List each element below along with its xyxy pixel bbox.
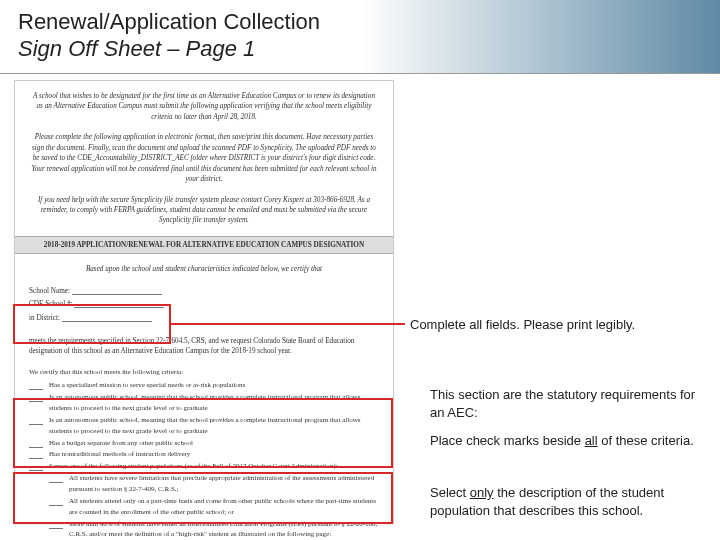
criteria-item: Has a budget separate from any other pub… <box>49 438 193 449</box>
annotation-complete-fields: Complete all fields. Please print legibl… <box>410 316 710 334</box>
annotation-select: Select only the description of the stude… <box>430 484 705 519</box>
blank-line <box>62 315 152 322</box>
field-label: in District: <box>29 314 60 322</box>
checkbox-blank <box>29 464 43 471</box>
doc-paragraph: meets the requirements specified in Sect… <box>29 336 379 357</box>
criteria-item: Serves one of the following student popu… <box>49 461 338 472</box>
checkbox-blank <box>29 452 43 459</box>
annotation-checkmarks: Place check marks beside all of these cr… <box>430 432 705 450</box>
page-subtitle: Sign Off Sheet – Page 1 <box>18 36 702 62</box>
checkbox-blank <box>29 441 43 448</box>
criteria-item: Has nontraditional methods of instructio… <box>49 449 190 460</box>
criteria-intro: We certify that this school meets the fo… <box>29 367 379 378</box>
checkbox-blank <box>49 499 63 506</box>
checkbox-blank <box>29 383 43 390</box>
page-title: Renewal/Application Collection <box>18 8 702 36</box>
document-preview: A school that wishes to be designated fo… <box>14 80 394 524</box>
slide-header: Renewal/Application Collection Sign Off … <box>0 0 720 74</box>
doc-paragraph: Based upon the school and student charac… <box>29 264 379 274</box>
doc-paragraph: A school that wishes to be designated fo… <box>29 91 379 122</box>
blank-line <box>74 301 164 308</box>
doc-paragraph: If you need help with the secure Syncpli… <box>29 195 379 226</box>
doc-paragraph: Please complete the following applicatio… <box>29 132 379 184</box>
doc-section-bar: 2018-2019 APPLICATION/RENEWAL FOR ALTERN… <box>15 236 393 254</box>
criteria-subitem: All students attend only on a part-time … <box>69 496 379 518</box>
criteria-item: Is an autonomous public school, meaning … <box>49 392 379 414</box>
checkbox-blank <box>49 522 63 529</box>
checkbox-blank <box>29 395 43 402</box>
field-label: School Name: <box>29 287 70 295</box>
field-label: CDE School #: <box>29 300 73 308</box>
slide-body: A school that wishes to be designated fo… <box>0 74 720 540</box>
criteria-item: Has a specialized mission to serve speci… <box>49 380 245 391</box>
criteria-item: Is an autonomous public school, meaning … <box>49 415 379 437</box>
annotation-statutory: This section are the statutory requireme… <box>430 386 705 421</box>
doc-fields-block: School Name: CDE School #: in District: <box>29 285 379 326</box>
checkbox-blank <box>49 476 63 483</box>
criteria-subitem: More than 90% of students have either an… <box>69 519 379 540</box>
criteria-subitem: All students have severe limitations tha… <box>69 473 379 495</box>
doc-criteria-block: We certify that this school meets the fo… <box>29 367 379 540</box>
blank-line <box>72 288 162 295</box>
checkbox-blank <box>29 418 43 425</box>
